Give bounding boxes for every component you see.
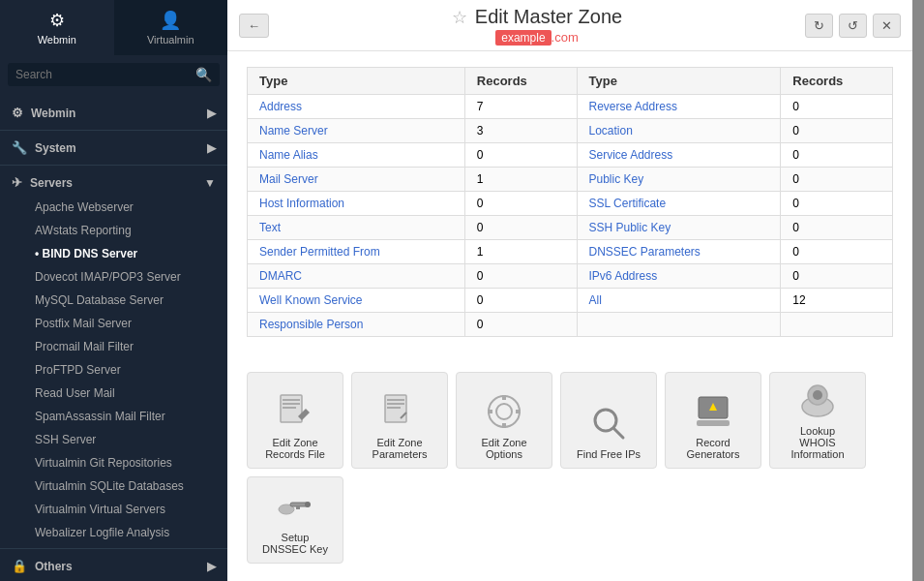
record-count-right-1: 0 [781, 119, 893, 143]
sidebar-item-virtualmin-sqlite[interactable]: Virtualmin SQLite Databases [0, 474, 227, 498]
record-type-link-left-7[interactable]: DMARC [259, 269, 302, 283]
record-count-left-2: 0 [464, 143, 577, 168]
record-count-left-4: 0 [464, 192, 577, 216]
svg-rect-19 [697, 420, 730, 426]
svg-rect-7 [387, 403, 404, 405]
record-count-left-7: 0 [464, 264, 577, 289]
sidebar-item-bind[interactable]: BIND DNS Server [0, 242, 227, 265]
tab-virtualmin[interactable]: 👤 Virtualmin [114, 0, 228, 55]
svg-point-10 [496, 404, 512, 419]
page-subtitle: example.com [269, 30, 805, 45]
record-count-left-5: 0 [464, 216, 577, 240]
record-count-right-2: 0 [781, 143, 893, 168]
record-type-link-right-8[interactable]: All [589, 293, 602, 307]
record-count-right-7: 0 [781, 264, 893, 289]
record-type-link-right-2[interactable]: Service Address [589, 148, 673, 162]
action-buttons: Edit ZoneRecords File Edit ZoneParameter… [247, 356, 893, 579]
record-type-link-left-8[interactable]: Well Known Service [259, 293, 363, 307]
back-button[interactable]: ← [239, 14, 269, 38]
tab-webmin[interactable]: ⚙ Webmin [0, 0, 114, 55]
svg-rect-8 [387, 407, 401, 409]
sidebar-item-mysql[interactable]: MySQL Database Server [0, 289, 227, 312]
sidebar-item-virtualmin-virtual[interactable]: Virtualmin Virtual Servers [0, 498, 227, 521]
search-input[interactable] [15, 68, 195, 81]
record-type-link-right-5[interactable]: SSH Public Key [589, 221, 671, 234]
sidebar-section-webmin: ⚙ Webmin ▶ 🔧 System ▶ ✈ Servers ▼ Apache… [0, 94, 227, 581]
toolbar-left: ← [239, 14, 269, 38]
sidebar-item-procmail[interactable]: Procmail Mail Filter [0, 335, 227, 358]
sidebar-item-awstats[interactable]: AWstats Reporting [0, 219, 227, 242]
btn-find-free-ips[interactable]: Find Free IPs [560, 372, 657, 469]
record-type-link-right-4[interactable]: SSL Certificate [589, 197, 667, 210]
record-type-link-left-0[interactable]: Address [259, 100, 302, 113]
sidebar-item-ssh[interactable]: SSH Server [0, 428, 227, 451]
record-type-cell-right-5: SSH Public Key [577, 216, 781, 240]
record-type-link-left-3[interactable]: Mail Server [259, 172, 318, 186]
btn-edit-zone-options[interactable]: Edit ZoneOptions [456, 372, 552, 469]
btn-lookup-whois-label: LookupWHOISInformation [790, 425, 844, 460]
toolbar-right: ↻ ↺ ✕ [805, 14, 901, 38]
svg-point-9 [489, 396, 520, 427]
sidebar-item-servers[interactable]: ✈ Servers ▼ [0, 169, 227, 196]
sidebar-item-others[interactable]: 🔒 Others ▶ [0, 553, 227, 579]
btn-find-free-ips-label: Find Free IPs [577, 448, 641, 460]
sidebar-item-webmin[interactable]: ⚙ Webmin ▶ [0, 100, 227, 126]
record-type-cell-left-6: Sender Permitted From [248, 240, 465, 264]
record-type-link-left-4[interactable]: Host Information [259, 197, 344, 210]
record-type-link-left-6[interactable]: Sender Permitted From [259, 245, 380, 259]
sidebar-item-proftpd[interactable]: ProFTPD Server [0, 358, 227, 382]
sidebar-item-virtualmin-git[interactable]: Virtualmin Git Repositories [0, 451, 227, 474]
svg-point-22 [813, 390, 822, 400]
record-type-link-right-6[interactable]: DNSSEC Parameters [589, 245, 700, 259]
scroll-indicator[interactable] [912, 0, 924, 581]
record-type-link-left-9[interactable]: Responsible Person [259, 318, 363, 331]
record-count-left-0: 7 [464, 95, 577, 119]
sidebar-item-postfix[interactable]: Postfix Mail Server [0, 312, 227, 335]
sidebar-item-readusermail[interactable]: Read User Mail [0, 382, 227, 405]
record-type-link-right-0[interactable]: Reverse Address [589, 100, 677, 113]
search-icon: 🔍 [195, 67, 212, 82]
record-type-cell-right-0: Reverse Address [577, 95, 781, 119]
btn-setup-dnssec[interactable]: SetupDNSSEC Key [247, 476, 343, 564]
record-count-right-0: 0 [781, 95, 893, 119]
svg-rect-14 [516, 410, 521, 413]
record-type-link-right-3[interactable]: Public Key [589, 172, 644, 186]
record-type-cell-right-2: Service Address [577, 143, 781, 168]
btn-record-generators[interactable]: RecordGenerators [665, 372, 761, 469]
record-type-link-left-5[interactable]: Text [259, 221, 281, 234]
btn-lookup-whois[interactable]: LookupWHOISInformation [769, 372, 866, 469]
others-icon: 🔒 [12, 559, 27, 573]
title-area: ☆ Edit Master Zone example.com [269, 6, 805, 45]
reload-button[interactable]: ↺ [839, 14, 867, 38]
record-type-cell-left-1: Name Server [248, 119, 465, 143]
main-content: Type Records Type Records Address7Revers… [227, 51, 912, 581]
sidebar-item-dovecot[interactable]: Dovecot IMAP/POP3 Server [0, 265, 227, 289]
btn-setup-dnssec-label: SetupDNSSEC Key [262, 532, 328, 555]
record-type-link-right-1[interactable]: Location [589, 124, 633, 138]
sidebar-item-spamassassin[interactable]: SpamAssassin Mail Filter [0, 405, 227, 428]
sidebar-item-apache[interactable]: Apache Webserver [0, 196, 227, 219]
system-arrow-icon: ▶ [207, 141, 216, 155]
page-title-text: Edit Master Zone [475, 6, 622, 28]
search-bar: 🔍 [8, 63, 220, 86]
record-type-cell-right-7: IPv6 Address [577, 264, 781, 289]
btn-edit-zone-parameters-label: Edit ZoneParameters [373, 437, 428, 460]
sidebar-servers-label: Servers [30, 176, 73, 190]
record-type-cell-right-1: Location [577, 119, 781, 143]
refresh-button[interactable]: ↻ [805, 14, 833, 38]
record-count-right-4: 0 [781, 192, 893, 216]
btn-edit-zone-options-label: Edit ZoneOptions [481, 437, 526, 460]
record-type-cell-left-2: Name Alias [248, 143, 465, 168]
record-type-link-left-1[interactable]: Name Server [259, 124, 328, 138]
sidebar-item-system[interactable]: 🔧 System ▶ [0, 135, 227, 161]
star-icon[interactable]: ☆ [452, 7, 467, 28]
btn-edit-zone-parameters[interactable]: Edit ZoneParameters [351, 372, 448, 469]
sidebar-item-webalizer[interactable]: Webalizer Logfile Analysis [0, 521, 227, 544]
record-type-cell-left-9: Responsible Person [248, 313, 465, 337]
btn-edit-zone-records[interactable]: Edit ZoneRecords File [247, 372, 343, 469]
close-button[interactable]: ✕ [873, 14, 901, 38]
record-type-link-right-7[interactable]: IPv6 Address [589, 269, 658, 283]
svg-rect-13 [488, 410, 492, 413]
record-type-cell-right-6: DNSSEC Parameters [577, 240, 781, 264]
record-type-link-left-2[interactable]: Name Alias [259, 148, 318, 162]
